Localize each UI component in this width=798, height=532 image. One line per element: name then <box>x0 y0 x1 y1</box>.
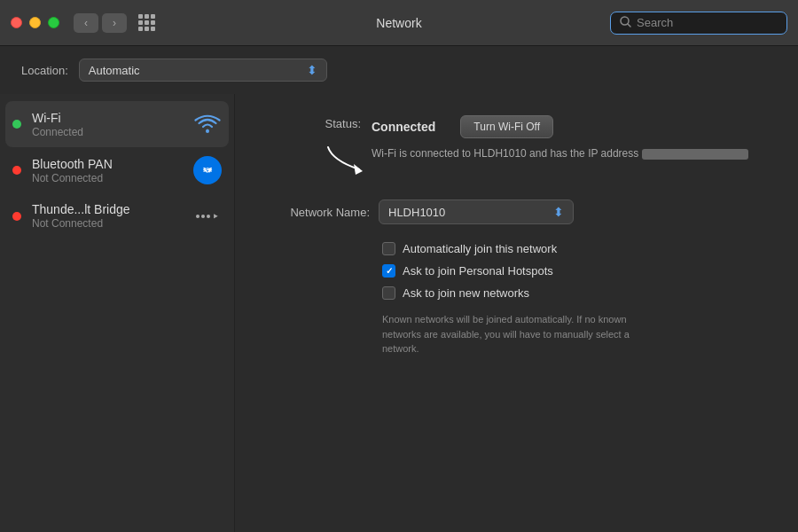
location-chevron-icon: ⬍ <box>307 63 317 77</box>
wifi-icon <box>193 110 222 138</box>
bluetooth-status-dot <box>12 166 21 175</box>
network-name-row: Network Name: HLDH1010 ⬍ <box>263 200 770 224</box>
new-networks-checkbox[interactable] <box>382 286 395 300</box>
bluetooth-status: Not Connected <box>32 172 183 184</box>
thunderbolt-status: Not Connected <box>32 217 183 230</box>
thunderbolt-icon: ‣ <box>193 207 222 226</box>
status-description: Wi-Fi is connected to HLDH1010 and has t… <box>372 145 770 161</box>
svg-point-2 <box>206 129 209 133</box>
sidebar-item-wifi[interactable]: Wi-Fi Connected <box>5 101 229 147</box>
maximize-button[interactable] <box>48 17 59 28</box>
nav-buttons: ‹ › <box>74 13 127 33</box>
turn-wifi-off-button[interactable]: Turn Wi-Fi Off <box>460 115 553 138</box>
grid-icon <box>138 14 155 31</box>
checkbox-hint: Known networks will be joined automatica… <box>382 312 648 356</box>
checkbox-new-networks[interactable]: Ask to join new networks <box>382 286 770 300</box>
svg-line-1 <box>628 24 630 27</box>
personal-hotspot-checkbox[interactable] <box>382 264 395 278</box>
bluetooth-icon: ⎃ <box>193 156 222 184</box>
close-button[interactable] <box>11 17 22 28</box>
checkbox-group: Automatically join this network Ask to j… <box>382 242 770 356</box>
sidebar-item-thunderbolt[interactable]: Thunde...lt Bridge Not Connected ‣ <box>0 193 234 239</box>
search-bar[interactable] <box>610 12 787 35</box>
main-content: Wi-Fi Connected Bluetooth PAN Not Connec… <box>0 94 798 532</box>
sidebar: Wi-Fi Connected Bluetooth PAN Not Connec… <box>0 94 235 532</box>
wifi-status-dot <box>12 120 21 129</box>
auto-join-checkbox[interactable] <box>382 242 395 255</box>
back-button[interactable]: ‹ <box>74 13 98 33</box>
ip-address-placeholder <box>642 149 748 160</box>
location-label: Location: <box>21 64 68 77</box>
traffic-lights <box>11 17 59 28</box>
auto-join-label: Automatically join this network <box>403 242 557 255</box>
window-title: Network <box>376 16 421 30</box>
wifi-info: Wi-Fi Connected <box>32 111 183 138</box>
checkbox-auto-join[interactable]: Automatically join this network <box>382 242 770 255</box>
bluetooth-info: Bluetooth PAN Not Connected <box>32 157 183 184</box>
grid-button[interactable] <box>134 11 159 35</box>
wifi-name: Wi-Fi <box>32 111 183 125</box>
network-name-value: HLDH1010 <box>388 206 445 219</box>
sidebar-item-bluetooth[interactable]: Bluetooth PAN Not Connected ⎃ <box>0 147 234 193</box>
minimize-button[interactable] <box>29 17 41 28</box>
status-row: Status: Connected Turn Wi-Fi Off Wi-Fi i… <box>263 115 770 182</box>
location-select-value: Automatic <box>89 64 140 77</box>
personal-hotspot-label: Ask to join Personal Hotspots <box>403 264 553 278</box>
location-select[interactable]: Automatic ⬍ <box>79 59 327 82</box>
svg-marker-3 <box>354 164 363 175</box>
status-label: Status: <box>325 115 361 130</box>
thunderbolt-name: Thunde...lt Bridge <box>32 202 183 216</box>
new-networks-label: Ask to join new networks <box>403 286 529 300</box>
titlebar: ‹ › Network <box>0 0 798 46</box>
checkbox-personal-hotspot[interactable]: Ask to join Personal Hotspots <box>382 264 770 278</box>
thunderbolt-info: Thunde...lt Bridge Not Connected <box>32 202 183 230</box>
network-name-chevron-icon: ⬍ <box>553 205 564 219</box>
location-bar: Location: Automatic ⬍ <box>0 46 798 94</box>
status-content: Connected Turn Wi-Fi Off Wi-Fi is connec… <box>372 115 770 161</box>
network-name-label: Network Name: <box>263 206 370 219</box>
bluetooth-name: Bluetooth PAN <box>32 157 183 171</box>
forward-button[interactable]: › <box>102 13 127 33</box>
wifi-status: Connected <box>32 126 183 138</box>
status-arrow-icon <box>324 143 368 178</box>
search-icon <box>620 16 631 30</box>
search-input[interactable] <box>637 16 778 29</box>
detail-panel: Status: Connected Turn Wi-Fi Off Wi-Fi i… <box>235 94 798 532</box>
network-name-select[interactable]: HLDH1010 ⬍ <box>379 200 574 224</box>
status-value: Connected <box>372 120 435 134</box>
thunderbolt-status-dot <box>12 212 21 221</box>
